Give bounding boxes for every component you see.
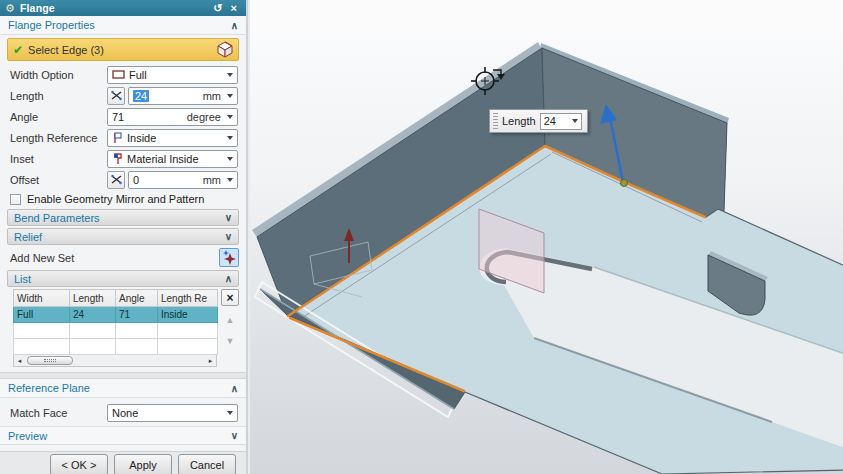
chevron-down-icon (227, 136, 233, 140)
field-row-match-face: Match Face None (10, 403, 238, 422)
angle-value[interactable]: 71 (112, 111, 124, 123)
close-icon[interactable]: × (227, 3, 241, 14)
chevron-down-icon[interactable] (572, 119, 578, 123)
field-row-length-reference: Length Reference Inside (10, 128, 238, 147)
remove-row-button[interactable]: × (221, 289, 239, 306)
scrollbar-thumb[interactable] (27, 356, 73, 365)
cancel-button[interactable]: Cancel (178, 454, 236, 474)
chevron-down-icon (227, 73, 233, 77)
relief-label: Relief (14, 231, 42, 243)
divider (0, 372, 246, 379)
mirror-pattern-checkbox-row: Enable Geometry Mirror and Pattern (10, 191, 238, 207)
onscreen-length-input[interactable]: 24 (540, 113, 582, 130)
material-inside-icon (112, 153, 123, 165)
gear-icon: ⚙ (5, 3, 15, 14)
offset-label: Offset (10, 174, 107, 186)
add-new-set-label: Add New Set (10, 252, 74, 264)
list-label: List (14, 273, 31, 285)
group-relief[interactable]: Relief ∨ (7, 228, 239, 245)
offset-value[interactable]: 0 (133, 174, 139, 186)
section-reference-plane[interactable]: Reference Plane ∧ (0, 379, 246, 398)
col-angle[interactable]: Angle (116, 290, 158, 307)
length-reference-label: Length Reference (10, 132, 107, 144)
move-down-button[interactable]: ▼ (222, 333, 238, 348)
horizontal-scrollbar[interactable]: ◂ ▸ (13, 355, 217, 367)
group-bend-parameters[interactable]: Bend Parameters ∨ (7, 209, 239, 226)
drag-grip[interactable] (493, 113, 498, 129)
field-row-angle: Angle 71 degree (10, 107, 238, 126)
chevron-down-icon[interactable] (227, 94, 233, 98)
field-row-inset: Inset Material Inside (10, 149, 238, 168)
section-title: Preview (8, 430, 47, 442)
onscreen-length-box[interactable]: Length 24 (489, 109, 588, 133)
section-preview[interactable]: Preview ∨ (0, 426, 246, 445)
col-length[interactable]: Length (70, 290, 116, 307)
offset-input[interactable]: 0 mm (128, 171, 238, 189)
angle-unit: degree (187, 111, 221, 123)
chevron-down-icon[interactable] (227, 178, 233, 182)
match-face-value: None (112, 407, 138, 419)
width-full-icon (112, 70, 125, 79)
chevron-down-icon: ∨ (225, 231, 232, 242)
select-edge-bar[interactable]: ✔ Select Edge (3) (7, 38, 239, 61)
chevron-up-icon: ∧ (225, 273, 232, 284)
match-face-dropdown[interactable]: None (107, 404, 238, 422)
apply-button[interactable]: Apply (114, 454, 172, 474)
ok-button[interactable]: < OK > (50, 454, 108, 474)
chevron-down-icon[interactable] (227, 115, 233, 119)
angle-label: Angle (10, 111, 107, 123)
measure-button[interactable] (107, 171, 125, 189)
scroll-left-icon[interactable]: ◂ (14, 357, 25, 365)
inset-value: Material Inside (127, 153, 199, 165)
inset-label: Inset (10, 153, 107, 165)
select-edge-label: Select Edge (3) (28, 44, 104, 56)
length-input[interactable]: 24 mm (128, 87, 238, 105)
chevron-down-icon (227, 411, 233, 415)
chevron-down-icon (227, 157, 233, 161)
3d-model (250, 0, 843, 474)
onscreen-length-label: Length (502, 115, 536, 127)
drag-handle-dot[interactable] (621, 180, 628, 187)
reset-icon[interactable]: ↺ (209, 3, 226, 14)
mirror-pattern-label: Enable Geometry Mirror and Pattern (27, 193, 204, 205)
flange-dialog: ⚙ Flange ↺ × Flange Properties ∧ ✔ Selec… (0, 0, 248, 474)
flange-table[interactable]: Width Length Angle Length Re Full 24 71 … (13, 289, 218, 355)
table-header-row: Width Length Angle Length Re (14, 290, 218, 307)
chevron-up-icon: ∧ (231, 20, 238, 31)
length-value[interactable]: 24 (133, 90, 149, 102)
inset-dropdown[interactable]: Material Inside (107, 150, 238, 168)
chevron-down-icon: ∨ (231, 430, 238, 441)
chevron-down-icon: ∨ (225, 212, 232, 223)
section-flange-properties[interactable]: Flange Properties ∧ (0, 16, 246, 35)
move-up-button[interactable]: ▲ (222, 312, 238, 327)
field-row-offset: Offset 0 mm (10, 170, 238, 189)
checkmark-icon: ✔ (13, 43, 23, 57)
inside-flag-icon (112, 132, 123, 144)
width-option-label: Width Option (10, 69, 107, 81)
col-width[interactable]: Width (14, 290, 70, 307)
offset-unit: mm (203, 174, 221, 186)
dialog-titlebar[interactable]: ⚙ Flange ↺ × (0, 0, 246, 16)
table-row-empty (14, 323, 218, 339)
col-length-reference[interactable]: Length Re (158, 290, 218, 307)
add-new-set-button[interactable] (219, 248, 239, 267)
field-row-length: Length 24 mm (10, 86, 238, 105)
width-option-value: Full (129, 69, 147, 81)
scroll-right-icon[interactable]: ▸ (205, 357, 216, 365)
chevron-up-icon: ∧ (231, 383, 238, 394)
cube-icon[interactable] (215, 40, 235, 59)
field-row-width-option: Width Option Full (10, 65, 238, 84)
flange-list: Width Length Angle Length Re Full 24 71 … (13, 289, 239, 367)
width-option-dropdown[interactable]: Full (107, 66, 238, 84)
table-row-empty (14, 339, 218, 355)
graphics-viewport[interactable]: Length 24 (250, 0, 843, 474)
angle-input[interactable]: 71 degree (107, 108, 238, 126)
group-list[interactable]: List ∧ (7, 270, 239, 287)
table-row[interactable]: Full 24 71 Inside (14, 307, 218, 323)
length-unit: mm (203, 90, 221, 102)
length-reference-value: Inside (127, 132, 156, 144)
bend-parameters-label: Bend Parameters (14, 212, 100, 224)
measure-button[interactable] (107, 87, 125, 105)
mirror-pattern-checkbox[interactable] (10, 194, 21, 205)
length-reference-dropdown[interactable]: Inside (107, 129, 238, 147)
